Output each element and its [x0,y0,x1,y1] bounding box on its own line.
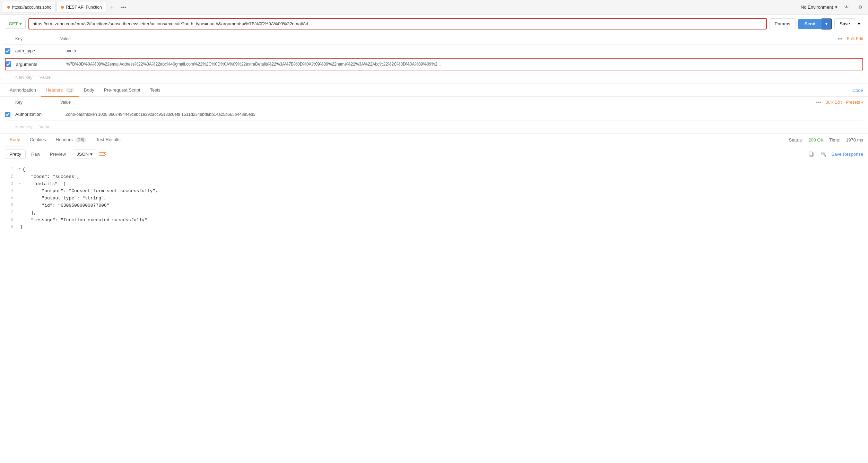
tab-prerequest-script[interactable]: Pre-request Script [99,84,145,97]
headers-badge: (1) [66,88,74,93]
format-raw-button[interactable]: Raw [27,150,44,158]
request-tabs-nav: Authorization Headers (1) Body Pre-reque… [0,84,868,97]
json-format-selector[interactable]: JSON ▾ [73,149,96,159]
response-body-toolbar: Pretty Raw Preview JSON ▾ 🔍 Save Respons… [0,146,868,162]
save-button[interactable]: Save [834,18,855,29]
new-param-row: New key Value [5,71,863,84]
line-number: 7 [5,209,19,217]
code-line: 2 "code": "success", [5,173,863,181]
time-label: Time: [829,137,840,143]
eye-icon[interactable]: 👁 [842,2,851,12]
param-value: %7B%0D%0A%09%22emailAddress%22%3A%22abc%… [66,62,862,67]
new-header-value-placeholder[interactable]: Value [40,124,51,129]
search-icon[interactable]: 🔍 [819,149,828,159]
new-key-placeholder[interactable]: New key [15,75,33,80]
response-headers-badge: (18) [75,137,86,142]
code-link[interactable]: Code [852,88,863,93]
url-input[interactable] [28,18,767,29]
chevron-down-icon: ▾ [861,100,863,105]
fold-icon[interactable]: ▾ [19,166,21,173]
format-preview-button[interactable]: Preview [46,150,70,158]
svg-rect-2 [99,155,105,156]
time-value: 1970 ms [846,137,863,143]
response-toolbar-right: 🔍 Save Response [806,149,863,159]
param-checkbox[interactable] [6,61,11,67]
wrap-lines-icon[interactable] [98,149,107,159]
fold-icon[interactable]: ▾ [19,181,21,188]
tab-label: https://accounts.zoho [12,5,51,10]
tab-tests[interactable]: Tests [145,84,165,97]
method-label: GET [9,21,18,26]
request-bar: GET ▾ Params Send ▾ Save ▾ [0,15,868,33]
bulk-edit-button[interactable]: Bulk Edit [847,36,863,41]
params-header: Key Value ••• Bulk Edit [5,33,863,45]
value-column-header: Value [60,36,837,41]
line-number: 8 [5,217,19,224]
line-number: 3 [5,181,19,188]
param-key: arguments [16,62,66,67]
bulk-edit-button[interactable]: Bulk Edit [825,100,842,105]
line-content: "code": "success", [20,173,863,181]
tab-bar: https://accounts.zoho REST API Function … [0,0,868,15]
save-button-group: Save ▾ [834,18,863,29]
res-tab-test-results[interactable]: Test Results [91,134,125,146]
line-number: 1 [5,166,19,173]
response-tabs-bar: Body Cookies Headers (18) Test Results S… [0,134,868,146]
tab-authorization[interactable]: Authorization [5,84,41,97]
header-checkbox[interactable] [5,112,10,117]
params-section: Key Value ••• Bulk Edit auth_type oauth … [0,33,868,84]
line-content: "message": "function executed successful… [20,217,863,224]
response-code-area: 1▾{2 "code": "success",3▾ "details": {4 … [0,162,868,235]
more-dots-icon[interactable]: ••• [837,36,843,42]
tab-add-button[interactable]: + [107,2,117,12]
param-checkbox[interactable] [5,48,10,54]
new-header-row: New key Value [5,121,863,133]
status-area: Status: 200 OK Time: 1970 ms [789,137,863,143]
line-number: 6 [5,202,19,209]
line-content: { [23,166,863,173]
save-dropdown-button[interactable]: ▾ [855,19,863,29]
key-column-header: Key [5,36,60,41]
line-content: } [20,224,863,231]
res-tab-headers[interactable]: Headers (18) [51,134,91,146]
svg-rect-0 [99,152,106,153]
tab-more-button[interactable]: ••• [118,2,130,12]
headers-actions: ••• Bulk Edit Presets ▾ [816,100,863,105]
param-value: oauth [66,49,863,53]
line-content: "output": "Consent form sent successfull… [20,188,863,195]
send-dropdown-button[interactable]: ▾ [822,18,832,29]
format-pretty-button[interactable]: Pretty [5,149,26,159]
code-line: 7 }, [5,209,863,217]
send-button[interactable]: Send [798,19,822,29]
tab-body[interactable]: Body [79,84,99,97]
status-value: 200 OK [808,137,824,143]
param-row: auth_type oauth [5,45,863,57]
method-selector[interactable]: GET ▾ [5,19,26,29]
tab-rest-api[interactable]: REST API Function [57,2,106,13]
more-dots-icon[interactable]: ••• [816,100,821,105]
tab-label: REST API Function [66,5,102,10]
params-button[interactable]: Params [770,18,796,29]
save-response-button[interactable]: Save Response [831,152,863,157]
presets-button[interactable]: Presets ▾ [846,100,863,105]
chevron-down-icon: ▾ [90,152,93,157]
res-tab-cookies[interactable]: Cookies [25,134,51,146]
res-tab-body[interactable]: Body [5,134,25,146]
line-content: }, [20,209,863,217]
new-value-placeholder[interactable]: Value [40,75,51,80]
line-content: "id": "63095000000077006" [20,202,863,209]
new-header-key-placeholder[interactable]: New key [15,124,33,129]
svg-rect-4 [809,152,813,156]
tab-dot [7,6,10,9]
copy-icon[interactable] [806,149,816,159]
tab-headers[interactable]: Headers (1) [41,84,79,97]
header-row-authorization: Authorization Zoho-oauthtoken 1000.86074… [5,108,863,121]
environment-selector[interactable]: No Environment ▾ [801,5,837,10]
param-row-arguments: arguments %7B%0D%0A%09%22emailAddress%22… [5,58,863,70]
value-column-header: Value [60,100,816,105]
tab-accounts-zoho[interactable]: https://accounts.zoho [3,2,56,13]
gear-icon[interactable]: ⚙ [856,2,865,12]
line-number: 9 [5,224,19,231]
line-content: "output_type": "string", [20,195,863,202]
headers-section: Key Value ••• Bulk Edit Presets ▾ Author… [0,97,868,134]
